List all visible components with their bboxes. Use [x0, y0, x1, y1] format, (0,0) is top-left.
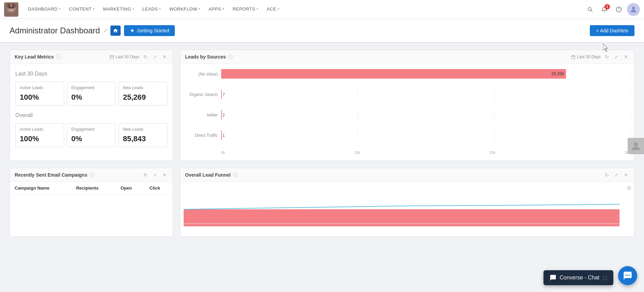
nav-leads[interactable]: LEADS ▾	[138, 0, 165, 19]
bar-fill	[221, 130, 222, 140]
nav-workflow[interactable]: WORKFLOW ▾	[165, 0, 205, 19]
svg-rect-14	[110, 55, 114, 59]
dashlet-olf-header: Overall Lead Funnel ⓘ ↻ ⤢ ✕	[180, 168, 634, 182]
chevron-down-icon: ▾	[133, 7, 135, 11]
lbs-close-button[interactable]: ✕	[623, 53, 629, 60]
klm-last30-active-leads: Active Leads 100%	[15, 82, 64, 106]
chevron-down-icon: ▾	[257, 7, 259, 11]
klm-overall-newleads-value: 85,843	[123, 134, 163, 143]
klm-refresh-button[interactable]: ↻	[142, 53, 149, 60]
verified-icon: ✓	[103, 27, 108, 34]
bar-label: Direct Traffic	[184, 133, 221, 138]
page-header: Administrator Dashboard ✓ Getting Starte…	[0, 19, 644, 43]
getting-started-button[interactable]: Getting Started	[124, 25, 174, 36]
klm-last30-engagement-value: 0%	[71, 93, 111, 102]
svg-point-6	[12, 7, 13, 9]
gear-icon[interactable]: ⚙	[627, 185, 631, 191]
search-button[interactable]	[584, 3, 596, 16]
klm-expand-button[interactable]: ⤢	[152, 53, 158, 60]
svg-point-13	[632, 7, 635, 10]
chevron-down-icon: ▾	[159, 7, 161, 11]
side-panel-avatar[interactable]	[628, 138, 644, 154]
klm-overall-title: Overall	[15, 112, 167, 118]
dashlet-key-lead-metrics: Key Lead Metrics ⓘ Last 30 Days ↻ ⤢ ✕ La…	[10, 50, 173, 161]
dashlet-rsec-body: Campaign Name Recipients Open Click	[10, 182, 173, 194]
page-title-area: Administrator Dashboard ✓ Getting Starte…	[10, 25, 175, 36]
notification-badge: 1	[604, 4, 610, 10]
add-dashlets-button[interactable]: + Add Dashlets	[590, 25, 634, 36]
dashlet-klm-header: Key Lead Metrics ⓘ Last 30 Days ↻ ⤢ ✕	[10, 50, 173, 64]
rsec-expand-button[interactable]: ⤢	[152, 172, 158, 178]
nav-items: DASHBOARD ▾ CONTENT ▾ MARKETING ▾ LEADS …	[24, 0, 584, 19]
klm-overall-engagement-value: 0%	[71, 134, 111, 143]
bar-track: 25,259	[221, 69, 631, 79]
dashlet-rsec-title: Recently Sent Email Campaigns	[15, 172, 87, 178]
olf-refresh-button[interactable]: ↻	[603, 172, 610, 178]
lbs-expand-button[interactable]: ⤢	[613, 53, 620, 60]
klm-last30-newleads-value: 25,269	[123, 93, 163, 102]
olf-close-button[interactable]: ✕	[623, 172, 629, 178]
bar-fill	[221, 90, 222, 99]
dashlet-olf-body: ⚙	[180, 182, 634, 237]
funnel-chart	[184, 185, 631, 233]
klm-overall-new-leads: New Leads 85,843	[119, 123, 167, 147]
svg-text:?: ?	[618, 7, 620, 11]
info-icon[interactable]: ⓘ	[56, 54, 61, 60]
dashlet-lbs-header: Leads by Sources ⓘ Last 30 Days ↻ ⤢ ✕	[180, 50, 634, 64]
klm-last30-metrics: Active Leads 100% Engagement 0% New Lead…	[15, 82, 167, 106]
klm-last30-newleads-label: New Leads	[123, 85, 163, 90]
klm-last30-engagement: Engagement 0%	[67, 82, 116, 106]
klm-overall-active-label: Active Leads	[20, 127, 60, 132]
klm-close-button[interactable]: ✕	[161, 53, 168, 60]
rsec-refresh-button[interactable]: ↻	[142, 172, 149, 178]
x-label-20k: 20k	[489, 150, 495, 155]
bar-fill: 25,259	[221, 69, 566, 79]
nav-ace[interactable]: ACE ▾	[263, 0, 284, 19]
lbs-date-filter[interactable]: Last 30 Days	[571, 54, 601, 59]
nav-marketing[interactable]: MARKETING ▾	[99, 0, 139, 19]
lbs-info-icon[interactable]: ⓘ	[228, 54, 233, 60]
olf-expand-button[interactable]: ⤢	[613, 172, 620, 178]
page-title-icons: ✓	[103, 26, 121, 36]
dashlet-lbs-title-area: Leads by Sources ⓘ	[185, 54, 233, 60]
klm-overall-active-value: 100%	[20, 134, 60, 143]
dashlet-rsec-controls: ↻ ⤢ ✕	[142, 172, 168, 178]
dashlet-rsec-header: Recently Sent Email Campaigns ⓘ ↻ ⤢ ✕	[10, 168, 173, 182]
nav-reports[interactable]: REPORTS ▾	[229, 0, 263, 19]
col-campaign-name: Campaign Name	[10, 182, 71, 194]
dashlets-row-2: Recently Sent Email Campaigns ⓘ ↻ ⤢ ✕ Ca…	[10, 168, 634, 237]
user-avatar-button[interactable]	[627, 3, 640, 16]
lbs-refresh-button[interactable]: ↻	[603, 53, 610, 60]
klm-overall-newleads-label: New Leads	[123, 127, 163, 132]
x-label-10k: 10k	[354, 150, 361, 155]
home-button[interactable]	[110, 26, 121, 36]
app-logo[interactable]	[4, 2, 18, 17]
chevron-down-icon: ▾	[199, 7, 201, 11]
rsec-info-icon[interactable]: ⓘ	[89, 172, 94, 178]
klm-last30-active-value: 100%	[20, 93, 60, 102]
bar-label: (No Value)	[184, 72, 221, 77]
nav-apps[interactable]: APPS ▾	[205, 0, 229, 19]
dashlet-klm-title: Key Lead Metrics	[15, 54, 54, 60]
nav-dashboard[interactable]: DASHBOARD ▾	[24, 0, 65, 19]
olf-info-icon[interactable]: ⓘ	[233, 172, 237, 178]
svg-rect-18	[572, 55, 575, 59]
table-header-row: Campaign Name Recipients Open Click	[10, 182, 173, 194]
chart-x-axis: 0k 10k 20k 30k	[184, 150, 631, 155]
svg-rect-23	[184, 223, 619, 224]
klm-overall-engagement-label: Engagement	[71, 127, 111, 132]
svg-point-7	[10, 9, 12, 11]
help-button[interactable]: ?	[613, 3, 625, 16]
klm-overall-metrics: Active Leads 100% Engagement 0% New Lead…	[15, 123, 167, 147]
col-click: Click	[145, 182, 173, 194]
rsec-close-button[interactable]: ✕	[161, 172, 168, 178]
nav-content[interactable]: CONTENT ▾	[65, 0, 99, 19]
main-content: Key Lead Metrics ⓘ Last 30 Days ↻ ⤢ ✕ La…	[0, 43, 644, 250]
lbs-chart-body: (No Value)25,259Organic Search7twitter2D…	[180, 64, 634, 158]
bar-track: 7	[221, 90, 631, 100]
chart-bar-row: Organic Search7	[184, 89, 631, 100]
bar-value: 25,259	[551, 71, 564, 76]
notifications-button[interactable]: 1	[598, 3, 611, 16]
klm-date-filter[interactable]: Last 30 Days	[110, 54, 139, 59]
dashlet-klm-controls: Last 30 Days ↻ ⤢ ✕	[110, 53, 168, 60]
